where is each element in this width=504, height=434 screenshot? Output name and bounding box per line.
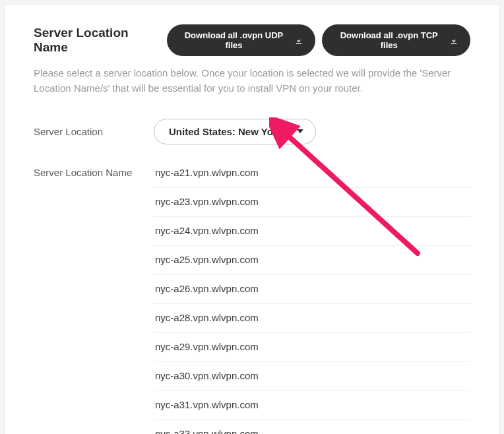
description-text: Please select a server location below. O… — [34, 65, 462, 96]
server-item[interactable]: nyc-a26.vpn.wlvpn.com — [154, 275, 470, 304]
server-item[interactable]: nyc-a25.vpn.wlvpn.com — [154, 246, 470, 275]
server-item[interactable]: nyc-a28.vpn.wlvpn.com — [154, 304, 470, 333]
download-button-group: Download all .ovpn UDP files Download al… — [167, 24, 470, 56]
download-udp-button[interactable]: Download all .ovpn UDP files — [167, 24, 316, 56]
server-item[interactable]: nyc-a31.vpn.wlvpn.com — [154, 391, 470, 420]
server-item[interactable]: nyc-a30.vpn.wlvpn.com — [154, 362, 470, 391]
server-item[interactable]: nyc-a23.vpn.wlvpn.com — [154, 188, 470, 217]
server-location-select[interactable]: United States: New York — [154, 119, 316, 144]
server-location-value: United States: New York — [169, 126, 282, 137]
download-icon — [449, 36, 458, 45]
header-row: Server Location Name Download all .ovpn … — [34, 24, 470, 56]
server-location-label: Server Location — [34, 126, 154, 137]
server-item[interactable]: nyc-a21.vpn.wlvpn.com — [154, 164, 470, 188]
server-name-label: Server Location Name — [34, 164, 154, 435]
page-title: Server Location Name — [34, 26, 160, 55]
server-name-row: Server Location Name nyc-a21.vpn.wlvpn.c… — [34, 164, 470, 435]
server-item[interactable]: nyc-a24.vpn.wlvpn.com — [154, 217, 470, 246]
download-icon — [294, 36, 303, 45]
server-item[interactable]: nyc-a29.vpn.wlvpn.com — [154, 333, 470, 362]
server-location-panel: Server Location Name Download all .ovpn … — [4, 4, 500, 434]
server-location-row: Server Location United States: New York — [34, 119, 470, 144]
download-udp-label: Download all .ovpn UDP files — [179, 30, 290, 50]
server-item[interactable]: nyc-a33.vpn.wlvpn.com — [154, 420, 470, 435]
chevron-down-icon — [297, 129, 303, 133]
download-tcp-button[interactable]: Download all .ovpn TCP files — [322, 24, 470, 56]
server-list: nyc-a21.vpn.wlvpn.comnyc-a23.vpn.wlvpn.c… — [154, 164, 470, 435]
download-tcp-label: Download all .ovpn TCP files — [334, 30, 444, 50]
